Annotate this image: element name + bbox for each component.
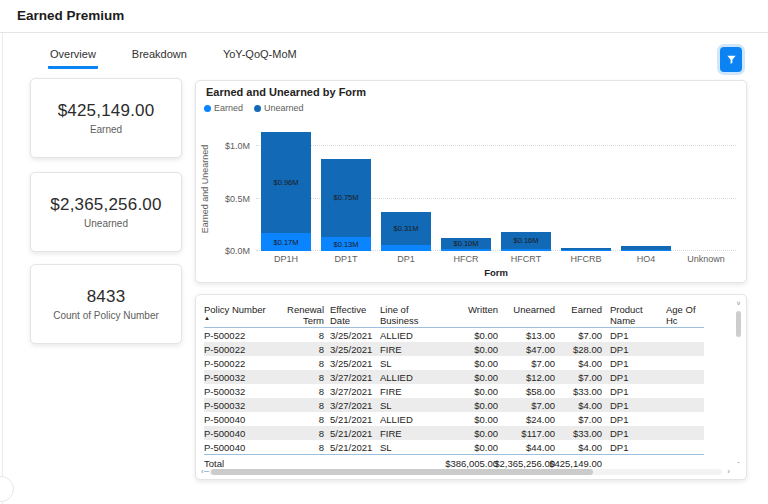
- scroll-right-icon[interactable]: ›: [727, 467, 730, 476]
- sort-ascending-icon: ▲: [204, 315, 268, 322]
- legend-label: Unearned: [264, 103, 304, 113]
- x-axis-tick: DP1T: [316, 254, 376, 264]
- column-header-line-of-business[interactable]: Line of Business: [380, 300, 446, 326]
- table-row[interactable]: P-50002283/25/2021FIRE$0.00$47.00$28.00D…: [204, 342, 704, 356]
- table-cell: P-500040: [204, 428, 268, 439]
- scroll-down-icon[interactable]: ˇ: [734, 461, 743, 468]
- funnel-icon: [726, 54, 737, 65]
- table-row[interactable]: P-50004085/21/2021ALLIED$0.00$24.00$7.00…: [204, 412, 704, 426]
- table-cell: $4.00: [555, 442, 602, 453]
- x-axis-categories: DP1HDP1TDP1HFCRHFCRTHFCRBHO4Unknown: [256, 254, 736, 264]
- total-value: $2,365,256.00: [498, 458, 555, 469]
- chart-legend: EarnedUnearned: [204, 103, 304, 113]
- vertical-scroll-thumb[interactable]: [736, 311, 741, 337]
- table-cell: DP1: [602, 428, 658, 439]
- table-row[interactable]: P-50002283/25/2021ALLIED$0.00$13.00$7.00…: [204, 328, 704, 342]
- table-cell: DP1: [602, 414, 658, 425]
- scroll-left-icon[interactable]: ‹: [201, 467, 204, 476]
- tab-overview[interactable]: Overview: [48, 48, 98, 69]
- table-cell: 8: [268, 330, 324, 341]
- table-cell: $7.00: [498, 400, 555, 411]
- table-cell: $0.00: [446, 330, 498, 341]
- table-cell: $7.00: [555, 372, 602, 383]
- bar-segment-earned: [621, 250, 671, 251]
- table-cell: $0.00: [446, 442, 498, 453]
- total-value: $425,149.00: [555, 458, 602, 469]
- table-cell: FIRE: [380, 386, 446, 397]
- table-row[interactable]: P-50004085/21/2021SL$0.00$44.00$4.00DP1: [204, 440, 704, 454]
- bar-data-label: $0.31M: [393, 224, 418, 233]
- filter-button[interactable]: [720, 47, 742, 72]
- column-header-unearned[interactable]: Unearned: [498, 300, 555, 326]
- table-row[interactable]: P-50002283/25/2021SL$0.00$7.00$4.00DP1: [204, 356, 704, 370]
- y-axis-tick: $0.0M: [225, 246, 250, 256]
- legend-item-earned[interactable]: Earned: [204, 103, 243, 113]
- bar-segment-earned: $0.13M: [321, 237, 371, 251]
- table-cell: 8: [268, 428, 324, 439]
- column-header-renewal-term[interactable]: Renewal Term: [268, 300, 324, 326]
- bar-slot: $0.31M: [376, 212, 436, 251]
- tab-yoy-qoq-mom[interactable]: YoY-QoQ-MoM: [221, 48, 299, 69]
- table-cell: $0.00: [446, 344, 498, 355]
- column-header-label: Age Of Hc: [666, 304, 696, 326]
- bar-dp1[interactable]: $0.31M: [381, 212, 431, 251]
- table-row[interactable]: P-50003283/27/2021ALLIED$0.00$12.00$7.00…: [204, 370, 704, 384]
- bar-ho4[interactable]: [621, 246, 671, 251]
- bar-data-label: $0.16M: [513, 236, 538, 245]
- table-cell: $7.00: [555, 414, 602, 425]
- table-cell: FIRE: [380, 428, 446, 439]
- column-header-effective-date[interactable]: Effective Date: [324, 300, 380, 326]
- table-cell: $4.00: [555, 358, 602, 369]
- page-title: Earned Premium: [17, 8, 124, 23]
- bar-segment-unearned: $0.16M: [501, 232, 551, 249]
- scroll-up-icon[interactable]: ˅: [734, 300, 743, 307]
- tab-breakdown[interactable]: Breakdown: [130, 48, 189, 69]
- table-cell: 3/27/2021: [324, 372, 380, 383]
- table-cell: ALLIED: [380, 372, 446, 383]
- x-axis-tick: HFCRB: [556, 254, 616, 264]
- bar-dp1h[interactable]: $0.96M$0.17M: [261, 132, 311, 251]
- table-cell: DP1: [602, 330, 658, 341]
- table-cell: 8: [268, 414, 324, 425]
- kpi-value: $2,365,256.00: [50, 195, 161, 215]
- bar-slot: [616, 246, 676, 251]
- kpi-label: Earned: [90, 124, 122, 135]
- bar-segment-earned: [561, 250, 611, 251]
- table-row[interactable]: P-50003283/27/2021SL$0.00$7.00$4.00DP1: [204, 398, 704, 412]
- y-axis-tick: $1.0M: [225, 141, 250, 151]
- bar-data-label: $0.96M: [273, 178, 298, 187]
- column-header-product-name[interactable]: Product Name: [602, 300, 658, 326]
- total-value: $386,005.00: [446, 458, 498, 469]
- table-cell: $44.00: [498, 442, 555, 453]
- table-row[interactable]: P-50003283/27/2021FIRE$0.00$58.00$33.00D…: [204, 384, 704, 398]
- vertical-scrollbar[interactable]: ˅ ˇ: [734, 300, 743, 468]
- table-cell: 5/21/2021: [324, 428, 380, 439]
- legend-dot-icon: [204, 105, 211, 112]
- table-cell: $0.00: [446, 428, 498, 439]
- bar-segment-unearned: $0.31M: [381, 212, 431, 245]
- clipped-floating-button: [0, 476, 14, 502]
- bar-hfcrb[interactable]: [561, 248, 611, 251]
- horizontal-scrollbar[interactable]: ‹ ›: [201, 468, 730, 476]
- bar-segment-earned: [441, 249, 491, 251]
- bar-dp1t[interactable]: $0.75M$0.13M: [321, 159, 371, 251]
- bar-slot: [556, 248, 616, 251]
- table-cell: P-500022: [204, 358, 268, 369]
- table-row[interactable]: P-50004085/21/2021FIRE$0.00$117.00$33.00…: [204, 426, 704, 440]
- table-cell: P-500022: [204, 330, 268, 341]
- x-axis-tick: DP1: [376, 254, 436, 264]
- bar-segment-earned: [381, 245, 431, 251]
- table-cell: $0.00: [446, 358, 498, 369]
- bar-hfcrt[interactable]: $0.16M: [501, 232, 551, 251]
- table-cell: $4.00: [555, 400, 602, 411]
- column-header-age-of-hc[interactable]: Age Of Hc: [658, 300, 700, 326]
- table-cell: $33.00: [555, 428, 602, 439]
- column-header-written[interactable]: Written: [446, 300, 498, 326]
- horizontal-scroll-thumb[interactable]: [211, 469, 593, 475]
- bar-hfcr[interactable]: $0.10M: [441, 238, 491, 251]
- table-cell: $7.00: [498, 358, 555, 369]
- bar-slot: $0.10M: [436, 238, 496, 251]
- column-header-earned[interactable]: Earned: [555, 300, 602, 326]
- legend-item-unearned[interactable]: Unearned: [254, 103, 304, 113]
- column-header-policy-number[interactable]: Policy Number▲: [204, 300, 268, 326]
